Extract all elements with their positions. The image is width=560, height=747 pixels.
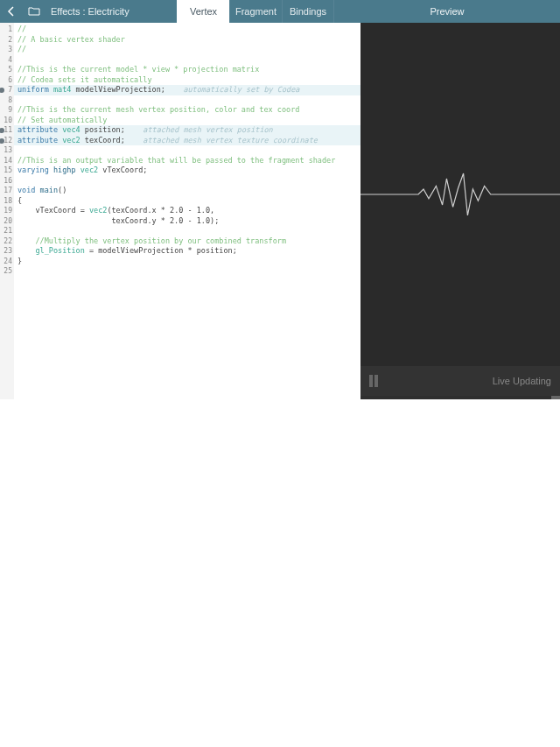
- code-line[interactable]: uniform mat4 modelViewProjection; automa…: [14, 85, 360, 95]
- line-number: 14: [0, 156, 14, 166]
- preview-canvas: [360, 23, 560, 366]
- live-updating-label: Live Updating: [493, 376, 551, 386]
- code-line[interactable]: varying highp vec2 vTexCoord;: [14, 166, 360, 176]
- line-number: 10: [0, 116, 14, 126]
- line-number: 21: [0, 226, 14, 236]
- line-number: 8: [0, 95, 14, 106]
- main-area: 1234567891011121314151617181920212223242…: [0, 23, 560, 399]
- code-line[interactable]: void main(): [14, 186, 360, 196]
- line-number: 20: [0, 216, 14, 227]
- code-line[interactable]: attribute vec4 position; attached mesh v…: [14, 125, 360, 136]
- line-number: 13: [0, 145, 14, 156]
- line-number: 12: [0, 136, 14, 146]
- code-line[interactable]: [14, 266, 360, 277]
- code-content[interactable]: //// A basic vertex shader////This is th…: [14, 23, 360, 399]
- code-line[interactable]: //: [14, 45, 360, 55]
- code-line[interactable]: vTexCoord = vec2(texCoord.x * 2.0 - 1.0,: [14, 206, 360, 216]
- electricity-wave-icon: [360, 131, 560, 257]
- tab-bar: VertexFragmentBindings: [177, 0, 334, 23]
- line-number: 7: [0, 85, 14, 95]
- line-number: 22: [0, 236, 14, 247]
- line-number: 9: [0, 105, 14, 116]
- line-number: 23: [0, 246, 14, 257]
- line-number: 17: [0, 186, 14, 196]
- code-line[interactable]: //This is the current mesh vertex positi…: [14, 105, 360, 116]
- code-line[interactable]: [14, 95, 360, 106]
- preview-pane: Live Updating: [360, 23, 560, 399]
- line-gutter: 1234567891011121314151617181920212223242…: [0, 23, 14, 399]
- line-number: 16: [0, 176, 14, 187]
- line-number: 15: [0, 166, 14, 176]
- line-number: 1: [0, 25, 14, 35]
- pause-icon: [369, 375, 373, 387]
- code-line[interactable]: {: [14, 196, 360, 207]
- document-title: Effects : Electricity: [46, 0, 177, 23]
- preview-footer: Live Updating: [360, 366, 560, 396]
- tab-bindings[interactable]: Bindings: [282, 0, 334, 23]
- code-editor[interactable]: 1234567891011121314151617181920212223242…: [0, 23, 360, 399]
- line-number: 2: [0, 35, 14, 46]
- line-number: 4: [0, 55, 14, 66]
- code-line[interactable]: //This is the current model * view * pro…: [14, 65, 360, 75]
- line-number: 5: [0, 65, 14, 75]
- code-line[interactable]: attribute vec2 texCoord; attached mesh v…: [14, 136, 360, 146]
- tab-fragment[interactable]: Fragment: [229, 0, 282, 23]
- code-line[interactable]: texCoord.y * 2.0 - 1.0);: [14, 216, 360, 227]
- code-line[interactable]: gl_Position = modelViewProjection * posi…: [14, 246, 360, 257]
- line-number: 11: [0, 125, 14, 136]
- code-line[interactable]: [14, 176, 360, 187]
- line-number: 19: [0, 206, 14, 216]
- folder-button[interactable]: [23, 0, 46, 23]
- line-number: 3: [0, 45, 14, 55]
- code-line[interactable]: [14, 55, 360, 66]
- line-number: 18: [0, 196, 14, 207]
- pause-button[interactable]: [369, 375, 378, 387]
- code-line[interactable]: //Multiply the vertex position by our co…: [14, 236, 360, 247]
- scrollbar-thumb[interactable]: [551, 396, 560, 399]
- code-line[interactable]: // A basic vertex shader: [14, 35, 360, 46]
- header-bar: Effects : Electricity VertexFragmentBind…: [0, 0, 560, 23]
- code-line[interactable]: [14, 145, 360, 156]
- tab-vertex[interactable]: Vertex: [177, 0, 229, 23]
- code-line[interactable]: // Set automatically: [14, 116, 360, 126]
- code-line[interactable]: //: [14, 25, 360, 35]
- line-number: 6: [0, 75, 14, 86]
- preview-header-label: Preview: [334, 0, 560, 23]
- code-line[interactable]: }: [14, 257, 360, 267]
- back-button[interactable]: [0, 0, 23, 23]
- line-number: 24: [0, 257, 14, 267]
- code-line[interactable]: [14, 226, 360, 236]
- code-line[interactable]: // Codea sets it automatically: [14, 75, 360, 86]
- line-number: 25: [0, 266, 14, 277]
- horizontal-scrollbar[interactable]: [360, 396, 560, 399]
- code-line[interactable]: //This is an output variable that will b…: [14, 156, 360, 166]
- pause-icon: [374, 375, 378, 387]
